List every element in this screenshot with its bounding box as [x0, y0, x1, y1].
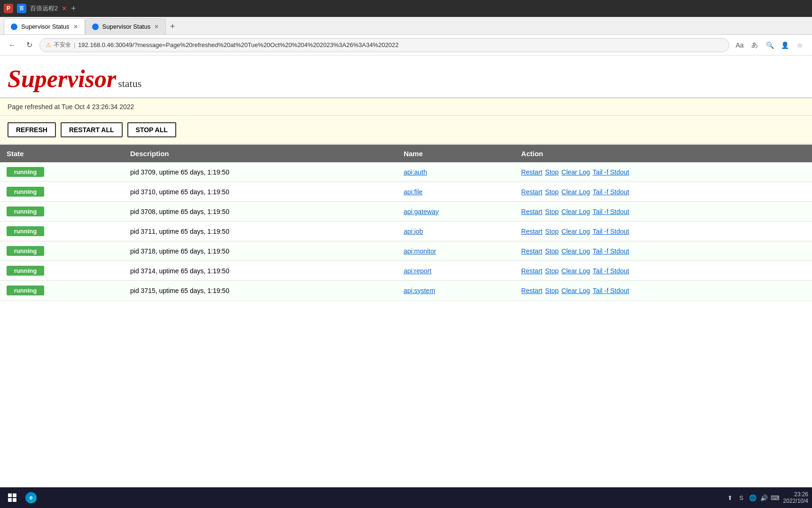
process-link[interactable]: api:gateway [404, 208, 439, 215]
action-link-clear-log[interactable]: Clear Log [562, 168, 590, 176]
action-link-tail--f-stdout[interactable]: Tail -f Stdout [593, 267, 629, 275]
cell-state: running [0, 162, 124, 182]
action-link-clear-log[interactable]: Clear Log [562, 228, 590, 235]
cell-description: pid 3709, uptime 65 days, 1:19:50 [124, 162, 397, 182]
new-tab-btn[interactable]: + [71, 4, 76, 14]
address-field[interactable]: ⚠ 不安全 | 192.168.0.46:30049/?message=Page… [39, 38, 729, 52]
action-link-restart[interactable]: Restart [521, 267, 542, 275]
action-link-clear-log[interactable]: Clear Log [562, 208, 590, 215]
tab-2-label: Supervisor Status [102, 23, 151, 30]
action-link-stop[interactable]: Stop [545, 267, 559, 275]
action-link-clear-log[interactable]: Clear Log [562, 287, 590, 294]
action-link-tail--f-stdout[interactable]: Tail -f Stdout [593, 228, 629, 235]
cell-actions: Restart Stop Clear Log Tail -f Stdout [515, 261, 812, 281]
action-link-tail--f-stdout[interactable]: Tail -f Stdout [593, 188, 629, 196]
app-logo: P [4, 4, 13, 13]
refresh-message: Page refreshed at Tue Oct 4 23:26:34 202… [8, 103, 134, 111]
action-link-restart[interactable]: Restart [521, 247, 542, 255]
remote-tab-label: 百倍远程2 [30, 4, 58, 13]
action-link-stop[interactable]: Stop [545, 208, 559, 215]
refresh-button[interactable]: ↻ [23, 39, 36, 52]
cell-name: api:auth [397, 162, 515, 182]
process-table: State Description Name Action runningpid… [0, 145, 812, 301]
process-link[interactable]: api:file [404, 188, 422, 196]
cell-name: api:monitor [397, 241, 515, 261]
action-link-stop[interactable]: Stop [545, 228, 559, 235]
reader-icon[interactable]: Aa [733, 39, 746, 52]
action-link-tail--f-stdout[interactable]: Tail -f Stdout [593, 208, 629, 215]
col-header-state: State [0, 145, 124, 162]
cell-actions: Restart Stop Clear Log Tail -f Stdout [515, 182, 812, 202]
action-link-restart[interactable]: Restart [521, 208, 542, 215]
profile-icon[interactable]: 👤 [778, 39, 791, 52]
action-link-stop[interactable]: Stop [545, 247, 559, 255]
action-link-restart[interactable]: Restart [521, 188, 542, 196]
favorites-icon[interactable]: ☆ [793, 39, 806, 52]
state-badge: running [7, 266, 44, 276]
tab-1[interactable]: Supervisor Status ✕ [4, 18, 85, 34]
state-badge: running [7, 206, 44, 216]
new-tab-button[interactable]: + [166, 20, 179, 33]
table-row: runningpid 3718, uptime 65 days, 1:19:50… [0, 241, 812, 261]
action-link-restart[interactable]: Restart [521, 228, 542, 235]
restart-all-button[interactable]: RESTART ALL [61, 122, 123, 137]
cell-state: running [0, 261, 124, 281]
action-link-restart[interactable]: Restart [521, 287, 542, 294]
address-bar: ← ↻ ⚠ 不安全 | 192.168.0.46:30049/?message=… [0, 35, 812, 56]
action-link-tail--f-stdout[interactable]: Tail -f Stdout [593, 247, 629, 255]
col-header-description: Description [124, 145, 397, 162]
action-link-stop[interactable]: Stop [545, 168, 559, 176]
cell-state: running [0, 182, 124, 202]
stop-all-button[interactable]: STOP ALL [127, 122, 176, 137]
col-header-action: Action [515, 145, 812, 162]
action-link-clear-log[interactable]: Clear Log [562, 247, 590, 255]
action-link-tail--f-stdout[interactable]: Tail -f Stdout [593, 287, 629, 294]
tab-1-icon [11, 24, 17, 30]
cell-description: pid 3708, uptime 65 days, 1:19:50 [124, 202, 397, 222]
action-link-stop[interactable]: Stop [545, 287, 559, 294]
action-link-tail--f-stdout[interactable]: Tail -f Stdout [593, 168, 629, 176]
table-row: runningpid 3708, uptime 65 days, 1:19:50… [0, 202, 812, 222]
tab-2-close[interactable]: ✕ [154, 24, 159, 30]
table-header-row: State Description Name Action [0, 145, 812, 162]
tab-2-icon [92, 24, 99, 30]
table-row: runningpid 3714, uptime 65 days, 1:19:50… [0, 261, 812, 281]
cell-actions: Restart Stop Clear Log Tail -f Stdout [515, 202, 812, 222]
action-link-stop[interactable]: Stop [545, 188, 559, 196]
tab-1-close[interactable]: ✕ [73, 24, 78, 30]
refresh-all-button[interactable]: REFRESH [8, 122, 56, 137]
cell-actions: Restart Stop Clear Log Tail -f Stdout [515, 241, 812, 261]
zoom-icon[interactable]: 🔍 [763, 39, 776, 52]
cell-actions: Restart Stop Clear Log Tail -f Stdout [515, 222, 812, 241]
cell-name: api:report [397, 261, 515, 281]
cell-name: api:file [397, 182, 515, 202]
cell-description: pid 3718, uptime 65 days, 1:19:50 [124, 241, 397, 261]
action-link-restart[interactable]: Restart [521, 168, 542, 176]
toolbar-icons: Aa あ 🔍 👤 ☆ [733, 39, 806, 52]
security-text: 不安全 [54, 41, 71, 49]
cell-actions: Restart Stop Clear Log Tail -f Stdout [515, 162, 812, 182]
cell-name: api:system [397, 281, 515, 301]
remote-tab-close[interactable]: ✕ [62, 5, 67, 12]
process-link[interactable]: api:job [404, 228, 423, 235]
back-button[interactable]: ← [6, 39, 19, 52]
process-link[interactable]: api:system [404, 287, 435, 294]
table-row: runningpid 3709, uptime 65 days, 1:19:50… [0, 162, 812, 182]
process-link[interactable]: api:monitor [404, 247, 436, 255]
message-bar: Page refreshed at Tue Oct 4 23:26:34 202… [0, 98, 812, 116]
cell-state: running [0, 202, 124, 222]
tab-bar: Supervisor Status ✕ Supervisor Status ✕ … [0, 17, 812, 35]
cell-description: pid 3714, uptime 65 days, 1:19:50 [124, 261, 397, 281]
tab-2[interactable]: Supervisor Status ✕ [85, 18, 166, 34]
action-link-clear-log[interactable]: Clear Log [562, 188, 590, 196]
table-row: runningpid 3715, uptime 65 days, 1:19:50… [0, 281, 812, 301]
page-content: Supervisor status Page refreshed at Tue … [0, 56, 812, 338]
supervisor-word: Supervisor [8, 65, 116, 93]
cell-description: pid 3715, uptime 65 days, 1:19:50 [124, 281, 397, 301]
process-link[interactable]: api:report [404, 267, 431, 275]
state-badge: running [7, 286, 44, 295]
process-link[interactable]: api:auth [404, 168, 427, 176]
action-link-clear-log[interactable]: Clear Log [562, 267, 590, 275]
cell-name: api:gateway [397, 202, 515, 222]
translate-icon[interactable]: あ [748, 39, 761, 52]
